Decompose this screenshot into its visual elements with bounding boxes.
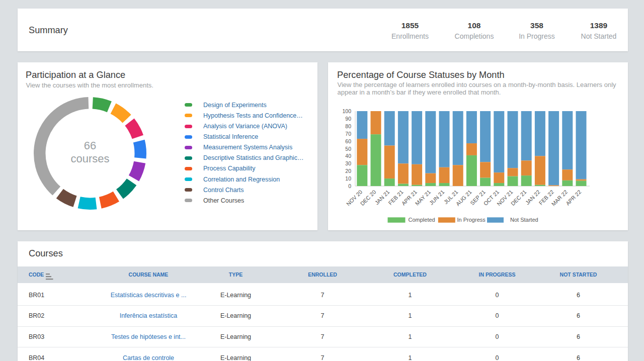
svg-text:MAY 21: MAY 21	[414, 189, 432, 206]
svg-text:30: 30	[345, 160, 351, 166]
svg-text:10: 10	[345, 175, 351, 182]
svg-text:70: 70	[345, 131, 351, 137]
svg-text:90: 90	[345, 116, 351, 122]
svg-text:100: 100	[342, 108, 351, 114]
svg-text:60: 60	[345, 138, 351, 144]
svg-text:JUN 21: JUN 21	[428, 189, 445, 206]
svg-text:50: 50	[345, 146, 351, 152]
svg-text:40: 40	[345, 153, 351, 159]
svg-text:Completed: Completed	[409, 217, 435, 223]
svg-text:Not Started: Not Started	[510, 217, 538, 223]
svg-text:0: 0	[348, 183, 351, 189]
svg-text:20: 20	[345, 168, 351, 174]
svg-text:80: 80	[345, 123, 351, 129]
svg-text:APR 22: APR 22	[565, 189, 582, 206]
svg-text:In Progress: In Progress	[457, 217, 486, 223]
